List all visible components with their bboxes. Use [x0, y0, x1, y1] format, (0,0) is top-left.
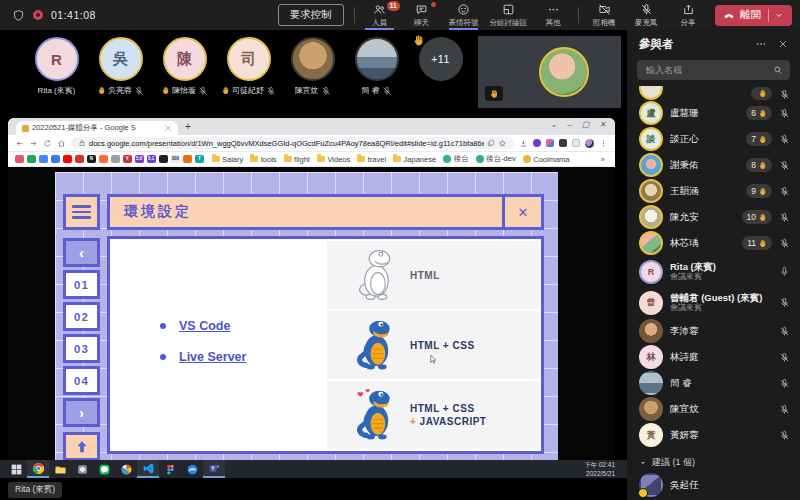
- request-control-button[interactable]: 要求控制: [278, 4, 344, 26]
- bookmark-item[interactable]: Coolmama: [523, 155, 570, 164]
- search-input[interactable]: [644, 64, 769, 76]
- filmstrip-participant[interactable]: 陳宜炆: [282, 37, 343, 96]
- page-number-button[interactable]: 01: [63, 270, 100, 299]
- participant-row[interactable]: 曾 曾輔君 (Guest) (來賓) 會議來賓: [627, 287, 800, 318]
- spotlight-video-tile[interactable]: [478, 36, 621, 108]
- taskbar-app-button[interactable]: [115, 460, 137, 478]
- taskbar-app-button[interactable]: [137, 460, 159, 478]
- panel-more-icon[interactable]: [755, 38, 767, 50]
- leave-button[interactable]: 離開: [715, 5, 792, 26]
- page-number-button[interactable]: 02: [63, 302, 100, 331]
- mic-off-icon[interactable]: [779, 326, 790, 337]
- toolbar-item[interactable]: 分組討論區: [485, 0, 533, 30]
- bookmark-item[interactable]: Salary: [212, 155, 244, 164]
- slide-link[interactable]: Live Server: [179, 350, 246, 364]
- participant-row[interactable]: 李沛蓉: [627, 318, 800, 344]
- taskbar-app-button[interactable]: [203, 460, 225, 478]
- bookmark-favicon-icon[interactable]: [75, 155, 84, 164]
- participant-row[interactable]: 盧 盧慧珊 6: [627, 100, 800, 126]
- bookmark-favicon-icon[interactable]: [63, 155, 72, 164]
- minimize-icon[interactable]: –: [567, 120, 571, 129]
- filmstrip-participant[interactable]: 陳 陳怡璇: [154, 37, 215, 96]
- toolbar-item[interactable]: 其他: [532, 0, 574, 30]
- download-icon[interactable]: [519, 139, 528, 148]
- browser-tab[interactable]: 20220521-媒體分享 - Google S: [16, 121, 178, 135]
- slide-link[interactable]: VS Code: [179, 319, 230, 333]
- mic-off-icon[interactable]: [779, 108, 790, 119]
- toolbar-item[interactable]: 分享: [667, 0, 709, 30]
- prev-page-button[interactable]: ‹: [63, 238, 100, 267]
- new-tab-button[interactable]: +: [185, 121, 191, 132]
- bookmark-favicon-icon[interactable]: T: [195, 155, 204, 164]
- bookmark-item[interactable]: tools: [250, 155, 276, 164]
- bookmark-favicon-icon[interactable]: [15, 155, 24, 164]
- mic-on-icon[interactable]: [779, 266, 790, 277]
- bookmark-favicon-icon[interactable]: 5.1: [147, 155, 156, 164]
- suggested-participant-row[interactable]: 吳起任: [627, 472, 800, 498]
- taskbar-app-button[interactable]: [49, 460, 71, 478]
- bookmark-item[interactable]: travel: [357, 155, 386, 164]
- mic-off-icon[interactable]: [779, 212, 790, 223]
- extension-icon[interactable]: [546, 139, 554, 147]
- taskbar-app-button[interactable]: [27, 460, 49, 478]
- maximize-icon[interactable]: ▢: [582, 120, 590, 129]
- toolbar-item[interactable]: 聊天: [401, 0, 443, 30]
- mic-off-icon[interactable]: [779, 134, 790, 145]
- filmstrip-participant[interactable]: 司 司徒紀妤: [218, 37, 279, 96]
- back-icon[interactable]: [15, 139, 24, 148]
- menu-button[interactable]: [63, 194, 100, 230]
- participant-row[interactable]: 黃 黃妍蓉: [627, 422, 800, 448]
- browser-menu-icon[interactable]: [599, 139, 608, 148]
- participant-row[interactable]: 林 林詩庭: [627, 344, 800, 370]
- mic-off-icon[interactable]: [779, 378, 790, 389]
- bookmark-favicon-icon[interactable]: Y: [123, 155, 132, 164]
- filmstrip-participant[interactable]: R Rita (來賓): [26, 37, 87, 96]
- participant-row[interactable]: 談 談正心 7: [627, 126, 800, 152]
- participant-row[interactable]: 陳允安 10: [627, 204, 800, 230]
- bookmark-favicon-icon[interactable]: [27, 155, 36, 164]
- search-box[interactable]: [637, 60, 790, 80]
- participant-row[interactable]: 林芯瑀 11: [627, 230, 800, 256]
- bookmark-favicon-icon[interactable]: [111, 155, 120, 164]
- bookmark-favicon-icon[interactable]: [39, 155, 48, 164]
- bookmarks-overflow-icon[interactable]: »: [601, 155, 608, 164]
- extensions-menu-icon[interactable]: [572, 139, 580, 147]
- filmstrip-participant[interactable]: +11: [410, 37, 471, 96]
- mic-off-icon[interactable]: [779, 89, 790, 100]
- bookmark-star-icon[interactable]: [498, 139, 507, 148]
- participant-row[interactable]: 陳宜炆: [627, 396, 800, 422]
- bookmark-favicon-icon[interactable]: N: [87, 155, 96, 164]
- participant-row[interactable]: 簡 睿: [627, 370, 800, 396]
- slide-close-button[interactable]: ✕: [502, 197, 541, 227]
- page-number-button[interactable]: 04: [63, 366, 100, 395]
- chevron-down-icon[interactable]: [774, 10, 784, 20]
- toolbar-item[interactable]: 11 人員: [359, 0, 401, 30]
- participant-row[interactable]: 謝秉佑 8: [627, 152, 800, 178]
- share-page-icon[interactable]: [487, 139, 495, 147]
- bookmark-favicon-icon[interactable]: 300: [171, 155, 180, 164]
- mic-off-icon[interactable]: [779, 297, 790, 308]
- mic-off-icon[interactable]: [779, 238, 790, 249]
- reload-icon[interactable]: [43, 139, 52, 148]
- bookmark-favicon-icon[interactable]: [159, 155, 168, 164]
- address-bar[interactable]: docs.google.com/presentation/d/1Wn_wggQ6…: [71, 137, 514, 149]
- bookmark-item[interactable]: Videos: [317, 155, 350, 164]
- page-number-button[interactable]: 03: [63, 334, 100, 363]
- suggestions-header[interactable]: 建議 (1 個): [627, 451, 800, 472]
- bookmark-favicon-icon[interactable]: [183, 155, 192, 164]
- taskbar-app-button[interactable]: [159, 460, 181, 478]
- panel-close-icon[interactable]: [778, 39, 788, 49]
- toolbar-item[interactable]: 表情符號: [443, 0, 485, 30]
- mic-off-icon[interactable]: [779, 160, 790, 171]
- bookmark-item[interactable]: 後台-dev: [476, 154, 516, 164]
- taskbar-app-button[interactable]: [5, 460, 27, 478]
- participant-row[interactable]: 王韻涵 9: [627, 178, 800, 204]
- taskbar-app-button[interactable]: [71, 460, 93, 478]
- bookmark-item[interactable]: Japanese: [393, 155, 436, 164]
- menu-caret-icon[interactable]: ⌄: [551, 120, 558, 129]
- bookmark-item[interactable]: 後台: [443, 154, 469, 164]
- toolbar-item[interactable]: 麥克風: [625, 0, 667, 30]
- home-icon[interactable]: [57, 139, 66, 148]
- mic-off-icon[interactable]: [779, 352, 790, 363]
- taskbar-app-button[interactable]: [93, 460, 115, 478]
